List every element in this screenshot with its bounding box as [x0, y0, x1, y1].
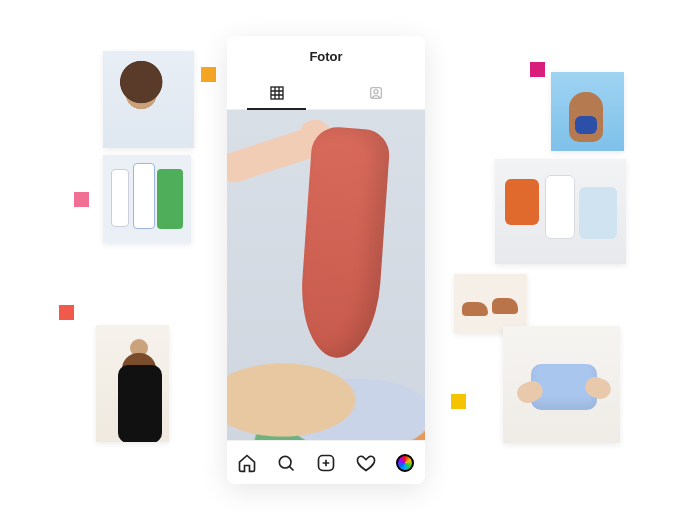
rainbow-icon	[396, 454, 414, 472]
thumb-blue-bag	[503, 326, 620, 443]
feed-image[interactable]	[227, 110, 425, 440]
thumb-candle-cosmetics	[495, 159, 626, 264]
accent-yellow-bot	[451, 394, 466, 409]
tagged-icon	[368, 85, 384, 101]
app-title: Fotor	[227, 36, 425, 76]
thumb-sandals	[454, 274, 527, 333]
nav-likes[interactable]	[355, 452, 377, 474]
profile-tabs	[227, 76, 425, 110]
accent-coral-left	[59, 305, 74, 320]
thumb-sky-portrait	[551, 72, 624, 151]
tab-tagged[interactable]	[326, 76, 425, 109]
phone-mock: Fotor	[227, 36, 425, 484]
nav-search[interactable]	[275, 452, 297, 474]
nav-add[interactable]	[315, 452, 337, 474]
tab-grid[interactable]	[227, 76, 326, 109]
svg-point-2	[374, 89, 378, 93]
accent-pink-left	[74, 192, 89, 207]
grid-icon	[269, 85, 285, 101]
nav-home[interactable]	[236, 452, 258, 474]
thumb-products-green	[103, 155, 191, 243]
bottom-nav	[227, 440, 425, 484]
accent-orange-top	[201, 67, 216, 82]
accent-magenta-top	[530, 62, 545, 77]
svg-rect-0	[271, 87, 283, 99]
thumb-woman-coat	[96, 325, 169, 442]
canvas: Fotor	[0, 0, 700, 525]
nav-color[interactable]	[394, 452, 416, 474]
thumb-portrait-curly	[103, 51, 194, 148]
svg-point-3	[280, 456, 292, 468]
